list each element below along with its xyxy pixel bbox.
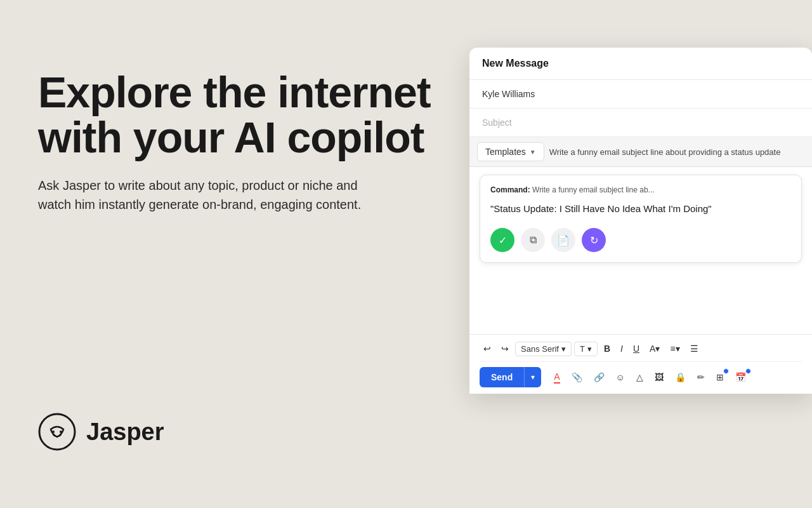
underline-icon: U	[633, 344, 639, 354]
lock-button[interactable]: 🔒	[671, 370, 690, 385]
align-icon: ≡▾	[670, 344, 679, 354]
font-size-icon: T	[580, 344, 585, 354]
caret-down-icon: ▾	[531, 373, 535, 382]
attachment-button[interactable]: 📎	[568, 370, 586, 385]
align-button[interactable]: ≡▾	[666, 341, 683, 356]
svg-point-2	[60, 431, 62, 433]
text-color-button[interactable]: A▾	[646, 341, 664, 356]
list-button[interactable]: ☰	[686, 341, 702, 356]
file-icon: 📄	[557, 234, 570, 246]
chevron-font-icon: ▾	[561, 344, 566, 354]
redo-icon: ↪	[501, 344, 509, 354]
pen-button[interactable]: ✏	[693, 370, 709, 385]
ai-result-card: Command: Write a funny email subject lin…	[480, 175, 802, 263]
list-icon: ☰	[690, 344, 698, 354]
action-toolbar: Send ▾ A 📎 🔗 ☺	[480, 367, 802, 387]
bold-icon: B	[604, 344, 610, 354]
undo-button[interactable]: ↩	[480, 341, 495, 356]
ai-card-command: Command: Write a funny email subject lin…	[490, 185, 791, 194]
bold-button[interactable]: B	[600, 341, 614, 356]
paperclip-icon: 📎	[572, 372, 582, 382]
undo-icon: ↩	[483, 344, 491, 354]
email-compose-window: New Message Kyle Williams Subject Templa…	[469, 48, 812, 394]
drive-button[interactable]: △	[632, 370, 647, 385]
templates-button[interactable]: Templates ▼	[477, 142, 544, 161]
italic-icon: I	[620, 344, 623, 354]
right-panel: New Message Kyle Williams Subject Templa…	[469, 0, 812, 508]
redo-button[interactable]: ↪	[497, 341, 513, 356]
emoji-icon: ☺	[616, 372, 625, 382]
lock-icon: 🔒	[675, 372, 686, 382]
hero-subtitle: Ask Jasper to write about any topic, pro…	[38, 176, 368, 214]
regenerate-button[interactable]: ↻	[582, 228, 606, 252]
send-button[interactable]: Send	[480, 367, 524, 387]
ai-card-actions: ✓ ⧉ 📄 ↻	[490, 228, 791, 252]
send-group: Send ▾	[480, 367, 541, 387]
hero-title: Explore the internet with your AI copilo…	[38, 70, 431, 161]
checkmark-icon: ✓	[499, 234, 507, 246]
compose-subject-field[interactable]: Subject	[469, 109, 812, 137]
hero-text: Explore the internet with your AI copilo…	[38, 70, 431, 214]
calendar-icon: 📅	[735, 372, 746, 382]
email-body[interactable]	[469, 271, 812, 334]
pen-icon: ✏	[697, 372, 705, 382]
save-button[interactable]: 📄	[551, 228, 575, 252]
toolbar-bottom: ↩ ↪ Sans Serif ▾ T ▾ B I	[469, 334, 812, 394]
logo-area: Jasper	[38, 413, 431, 451]
emoji-button[interactable]: ☺	[612, 370, 629, 385]
command-label: Command:	[490, 185, 530, 194]
ai-prompt-text: Write a funny email subject line about p…	[549, 147, 804, 157]
refresh-icon: ↻	[590, 234, 598, 246]
accept-button[interactable]: ✓	[490, 228, 514, 252]
text-color-icon: A▾	[650, 344, 660, 354]
font-family-value: Sans Serif	[521, 344, 559, 354]
chevron-size-icon: ▾	[587, 344, 592, 354]
compose-to-value: Kyle Williams	[482, 89, 535, 99]
layout-icon: ⊞	[716, 372, 724, 382]
formatting-toolbar: ↩ ↪ Sans Serif ▾ T ▾ B I	[480, 341, 802, 362]
send-label: Send	[491, 372, 513, 382]
svg-point-1	[52, 431, 55, 433]
copy-icon: ⧉	[530, 234, 537, 246]
font-color-toolbar-icon: A	[554, 371, 560, 384]
chevron-down-icon: ▼	[530, 149, 536, 156]
send-caret-button[interactable]: ▾	[524, 367, 541, 387]
photo-icon: 🖼	[655, 372, 664, 382]
underline-button[interactable]: U	[629, 341, 643, 356]
compose-subject-placeholder: Subject	[482, 117, 512, 128]
schedule-button[interactable]: 📅	[731, 370, 750, 385]
ai-bar: Templates ▼ Write a funny email subject …	[469, 137, 812, 167]
left-panel: Explore the internet with your AI copilo…	[0, 0, 469, 508]
more-options-button[interactable]: ⊞	[712, 370, 728, 385]
text-format-button[interactable]: A	[550, 369, 563, 386]
font-family-select[interactable]: Sans Serif ▾	[515, 342, 572, 356]
compose-title: New Message	[482, 58, 549, 69]
copy-button[interactable]: ⧉	[521, 228, 545, 252]
templates-label: Templates	[485, 147, 526, 157]
drive-icon: △	[636, 372, 643, 382]
jasper-logo-text: Jasper	[86, 418, 164, 446]
font-size-select[interactable]: T ▾	[574, 342, 598, 356]
photo-button[interactable]: 🖼	[651, 370, 667, 385]
command-text: Write a funny email subject line ab...	[532, 185, 655, 194]
ai-card-result-text: "Status Update: I Still Have No Idea Wha…	[490, 202, 791, 215]
svg-point-0	[39, 414, 75, 450]
link-icon: 🔗	[594, 372, 605, 382]
jasper-logo-icon	[38, 413, 76, 451]
compose-header: New Message	[469, 48, 812, 80]
compose-to-field[interactable]: Kyle Williams	[469, 80, 812, 109]
link-button[interactable]: 🔗	[590, 370, 608, 385]
italic-button[interactable]: I	[617, 341, 627, 356]
